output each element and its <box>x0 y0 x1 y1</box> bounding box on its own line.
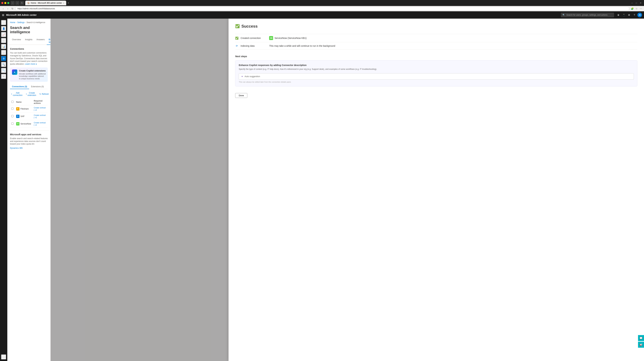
success-header: ✅ Success <box>235 24 637 28</box>
refresh-btn[interactable]: ↻ Refresh <box>38 92 50 96</box>
auto-suggest-box[interactable]: ✦ Auto suggestion <box>239 73 634 80</box>
top-search-bar[interactable]: 🔍 Search for users, groups, settings, an… <box>561 13 614 17</box>
favorites-icon[interactable]: ☆ <box>635 7 638 10</box>
add-connection-btn[interactable]: + Add connection <box>10 91 24 97</box>
done-button[interactable]: Done <box>235 93 247 98</box>
sidebar-home-icon[interactable]: ⌂ <box>1 20 6 25</box>
breadcrumb-current: Search & intelligence <box>26 21 45 23</box>
servicenow-checkbox[interactable] <box>11 122 14 125</box>
tab-insights[interactable]: Insights <box>23 37 34 45</box>
browser-settings-icon[interactable]: ⋯ <box>639 7 643 10</box>
new-tab-btn[interactable]: + <box>67 1 70 4</box>
learn-more-link[interactable]: Learn more a <box>25 63 37 65</box>
conn-tab-connections[interactable]: Connections (3) <box>10 84 29 89</box>
close-window-btn[interactable] <box>1 2 3 4</box>
status-list: ✅ Created connection SN ServiceNow (Serv… <box>235 34 637 50</box>
maximize-window-btn[interactable] <box>7 2 9 4</box>
tab-favicon: 🏠 <box>27 2 30 4</box>
copilot-banner-title: Create Copilot extensions <box>19 69 46 72</box>
back-btn[interactable]: ‹ <box>11 1 15 5</box>
address-input[interactable] <box>15 7 629 11</box>
minimize-window-btn[interactable] <box>4 2 6 4</box>
avatar[interactable]: JD <box>637 13 642 17</box>
fileshare-icon: F <box>16 107 20 110</box>
copilot-banner-desc: Elevate workflows with additional knowle… <box>19 73 46 80</box>
browser-chrome: ‹ › ↻ 🏠 Home - Microsoft 365 admin cente… <box>0 0 644 6</box>
tab-data-sources[interactable]: Data sources <box>47 37 50 45</box>
table-row: F Fileshare Create vertical | +2 <box>10 105 48 112</box>
tab-overview[interactable]: Overview <box>10 37 23 45</box>
sap-action[interactable]: Create vertical | +2 <box>34 114 46 118</box>
sidebar-settings-icon[interactable]: ⚙ <box>1 56 6 61</box>
os-minimize-btn[interactable]: ─ <box>630 1 634 5</box>
green-check-icon: ✅ <box>235 36 238 40</box>
addr-back-btn[interactable]: ‹ <box>1 7 5 10</box>
tab-answers[interactable]: Answers <box>34 37 47 45</box>
select-all-checkbox[interactable] <box>11 101 14 103</box>
waffle-menu-icon[interactable]: ⊞ <box>2 13 4 17</box>
sidebar-search-icon[interactable]: 🔍 <box>1 62 6 67</box>
fileshare-name-cell: F Fileshare <box>15 105 32 112</box>
name-col-header: Name <box>15 99 32 105</box>
search-placeholder: Search for users, groups, settings, and … <box>566 14 608 16</box>
sidebar-apps-icon[interactable]: ⊞ <box>1 38 6 43</box>
servicenow-actions-cell: Create vertical | +2 <box>32 120 48 127</box>
refresh-icon: ↻ <box>40 93 41 95</box>
sidebar-analytics-icon[interactable]: 📈 <box>1 32 6 37</box>
connections-section-title: Connections <box>10 47 48 50</box>
sparkle-icon: ✦ <box>241 75 243 78</box>
sap-checkbox-cell <box>10 112 15 120</box>
tab-close-icon[interactable]: ✕ <box>63 2 64 4</box>
app-layout: ⊞ Microsoft 365 Admin center 🔍 Search fo… <box>0 11 644 361</box>
status-item-indexing: ⟳ Indexing data This may take a while an… <box>235 42 637 50</box>
servicenow-status-icon: SN <box>269 36 273 40</box>
sidebar-support-icon[interactable]: 🛎 <box>1 50 6 55</box>
icon-sidebar: ⌂ 👤 📈 ⊞ 📊 🛎 ⚙ 🔍 📉 ❤ ⋯ <box>0 19 7 361</box>
sap-checkbox[interactable] <box>11 115 14 117</box>
addr-reload-btn[interactable]: ↻ <box>11 7 14 10</box>
fileshare-checkbox[interactable] <box>11 107 14 110</box>
search-icon: 🔍 <box>562 14 565 16</box>
sidebar-more-icon[interactable]: ⋯ <box>1 354 6 360</box>
app-title: Microsoft 365 Admin center <box>6 14 559 16</box>
sidebar-reports-icon[interactable]: 📊 <box>1 44 6 49</box>
indexing-data-label: Indexing data <box>240 44 267 47</box>
top-nav: ⊞ Microsoft 365 Admin center 🔍 Search fo… <box>0 11 644 19</box>
reload-btn[interactable]: ↻ <box>20 1 24 5</box>
success-check-icon: ✅ <box>235 24 240 28</box>
dynamics-365-link[interactable]: Dynamics 365 <box>10 147 22 149</box>
indexing-data-value: This may take a while and will continue … <box>269 44 335 47</box>
addr-forward-btn[interactable]: › <box>6 7 10 10</box>
sidebar-health-icon[interactable]: ❤ <box>1 74 6 79</box>
sidebar-growth-icon[interactable]: 📉 <box>1 68 6 73</box>
os-close-btn[interactable]: ✕ <box>639 1 643 5</box>
created-connection-value: SN ServiceNow (ServiceNow KB1) <box>269 36 306 40</box>
servicenow-action[interactable]: Create vertical | +2 <box>34 122 46 126</box>
screen-icon[interactable]: 🖥 <box>616 13 621 17</box>
breadcrumb-home[interactable]: Home <box>10 21 15 23</box>
success-title: Success <box>241 24 258 28</box>
chat-help-btn[interactable]: 💬 <box>638 335 644 341</box>
feedback-btn[interactable]: 📢 <box>638 342 644 348</box>
mobile-icon[interactable]: 📱 <box>622 13 626 17</box>
breadcrumb: Home › Settings › Search & intelligence <box>7 21 50 25</box>
forward-btn[interactable]: › <box>15 1 19 5</box>
os-restore-btn[interactable]: □ <box>634 1 638 5</box>
add-connection-label: Add connection <box>13 92 22 96</box>
conn-tab-extensions[interactable]: Extensions (0) <box>29 84 46 89</box>
copilot-icon: ✦ <box>12 69 17 75</box>
breadcrumb-settings[interactable]: Settings <box>17 21 24 23</box>
select-all-header <box>10 99 15 105</box>
create-extension-btn[interactable]: + Create extension <box>25 91 37 97</box>
help-icon[interactable]: ? <box>632 13 637 17</box>
fileshare-action[interactable]: Create vertical | +2 <box>34 107 46 111</box>
gear-icon[interactable]: ⚙ <box>627 13 631 17</box>
fileshare-actions-cell: Create vertical | +2 <box>32 105 48 112</box>
refresh-label: Refresh <box>42 93 49 95</box>
sidebar-users-icon[interactable]: 👤 <box>1 26 6 31</box>
extensions-icon[interactable]: 🧩 <box>630 7 634 10</box>
status-item-created: ✅ Created connection SN ServiceNow (Serv… <box>235 34 637 42</box>
main-area: ⌂ 👤 📈 ⊞ 📊 🛎 ⚙ 🔍 📉 ❤ ⋯ Home › Settings › … <box>0 19 644 361</box>
left-nav-body: Connections You can build and customize … <box>7 45 50 130</box>
active-tab[interactable]: 🏠 Home - Microsoft 365 admin center ✕ <box>25 1 66 5</box>
